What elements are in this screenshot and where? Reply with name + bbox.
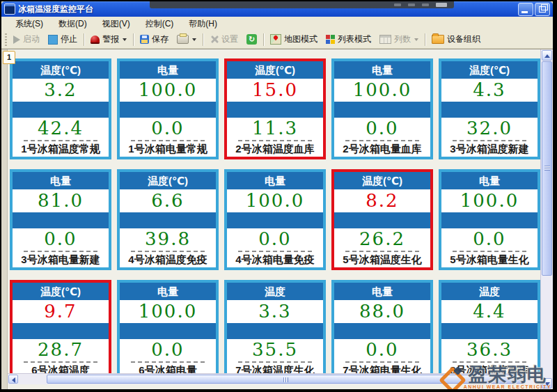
vertical-scroll-thumb[interactable] xyxy=(542,61,552,276)
card-value-secondary: 35.5 xyxy=(227,339,323,360)
device-card[interactable]: 电量 100.0 0.0 4号冰箱电量免疫 xyxy=(224,169,326,270)
menu-data[interactable]: 数据(D) xyxy=(52,17,94,31)
card-value-current: 15.0 xyxy=(227,79,323,102)
card-value-secondary: 0.0 xyxy=(13,228,109,249)
refresh-button[interactable]: ↻ xyxy=(242,33,261,46)
card-header: 温度(℃) xyxy=(13,283,109,300)
menu-view[interactable]: 视图(V) xyxy=(95,17,137,31)
device-org-label: 设备组织 xyxy=(447,33,480,45)
arrow-left-icon xyxy=(12,377,15,383)
menu-control[interactable]: 控制(C) xyxy=(139,17,181,31)
save-button[interactable]: 保存 xyxy=(136,32,173,47)
start-button: 启动 xyxy=(9,32,44,47)
card-value-secondary: 36.3 xyxy=(441,339,538,360)
device-card[interactable]: 温度(℃) 8.2 26.2 5号冰箱温度生化 xyxy=(331,169,433,270)
page-tab-1[interactable]: 1 xyxy=(3,51,15,64)
card-header: 电量 xyxy=(334,283,430,300)
card-value-current: 81.0 xyxy=(13,189,109,212)
chevron-down-icon xyxy=(123,38,127,41)
card-divider-band xyxy=(334,212,430,228)
map-mode-button[interactable]: 地图模式 xyxy=(266,32,322,47)
toolbar-separator xyxy=(263,33,264,46)
device-card[interactable]: 电量 100.0 0.0 5号冰箱电量生化 xyxy=(439,169,540,270)
device-org-button[interactable]: 设备组织 xyxy=(427,32,485,47)
minimize-button[interactable] xyxy=(518,3,533,16)
folder-icon xyxy=(432,35,444,44)
arrow-up-icon xyxy=(544,54,550,58)
card-header: 温度 xyxy=(441,283,538,300)
card-label: 4号冰箱电量免疫 xyxy=(227,252,323,267)
card-divider-band xyxy=(120,212,216,228)
device-card[interactable]: 电量 81.0 0.0 3号冰箱电量新建 xyxy=(10,169,111,270)
window-title: 冰箱温湿度监控平台 xyxy=(18,3,93,15)
toolbar-separator xyxy=(203,33,203,46)
scroll-left-button[interactable] xyxy=(8,375,18,384)
device-card[interactable]: 温度(℃) 15.0 11.3 2号冰箱温度血库 xyxy=(224,58,326,159)
card-value-secondary: 0.0 xyxy=(120,118,216,139)
minimize-icon xyxy=(521,11,528,13)
card-label: 1号冰箱温度常规 xyxy=(13,141,109,157)
device-card[interactable]: 温度(℃) 4.3 32.0 3号冰箱温度新建 xyxy=(439,58,540,159)
restore-icon xyxy=(539,6,546,13)
device-card[interactable]: 温度 3.3 35.5 7号冰箱温度生化 xyxy=(224,280,326,381)
device-card[interactable]: 温度(℃) 9.7 28.7 6号冰箱温度 xyxy=(10,280,111,381)
alarm-icon xyxy=(91,36,100,44)
card-value-current: 8.2 xyxy=(334,189,430,212)
card-divider-band xyxy=(334,102,430,118)
map-mode-label: 地图模式 xyxy=(284,33,317,45)
device-card[interactable]: 电量 100.0 0.0 6号冰箱电量 xyxy=(117,280,219,381)
card-value-current: 3.2 xyxy=(13,79,109,102)
device-card[interactable]: 温度(℃) 6.6 39.8 4号冰箱温度免疫 xyxy=(117,169,219,270)
device-card[interactable]: 温度(℃) 3.2 42.4 1号冰箱温度常规 xyxy=(10,58,111,159)
recording-overlay-bar xyxy=(150,1,454,8)
play-icon xyxy=(13,36,20,44)
watermark-subtext: ANHUI WEAR ELECTRICITY xyxy=(464,384,551,389)
card-header: 电量 xyxy=(441,172,538,189)
card-label: 5号冰箱电量生化 xyxy=(441,252,538,267)
card-value-secondary: 0.0 xyxy=(334,339,430,360)
card-value-secondary: 42.4 xyxy=(13,118,109,139)
toolbar-grip[interactable] xyxy=(5,33,7,46)
watermark-logo-icon xyxy=(440,368,461,389)
device-card[interactable]: 电量 100.0 0.0 2号冰箱电量血库 xyxy=(331,58,433,159)
stop-button[interactable]: 停止 xyxy=(44,32,81,47)
save-label: 保存 xyxy=(152,33,168,45)
card-label: 3号冰箱温度新建 xyxy=(441,141,538,157)
card-header: 温度(℃) xyxy=(227,61,323,79)
card-divider-band xyxy=(120,323,216,339)
grid-icon xyxy=(326,35,335,44)
card-label: 2号冰箱电量血库 xyxy=(334,141,430,157)
alarm-label: 警报 xyxy=(102,33,119,45)
chevron-down-icon xyxy=(192,38,196,41)
scroll-up-button[interactable] xyxy=(542,50,552,61)
restore-button[interactable] xyxy=(535,3,550,16)
card-header: 温度(℃) xyxy=(13,61,109,79)
card-value-secondary: 11.3 xyxy=(227,118,323,139)
vertical-scrollbar[interactable] xyxy=(540,49,553,389)
menu-help[interactable]: 帮助(H) xyxy=(182,17,224,31)
list-mode-label: 列表模式 xyxy=(338,33,371,45)
list-mode-button[interactable]: 列表模式 xyxy=(322,32,375,47)
toolbar-separator xyxy=(84,33,84,46)
menu-system[interactable]: 系统(S) xyxy=(8,17,50,31)
thumb-grip-icon xyxy=(283,377,288,382)
card-value-current: 4.3 xyxy=(441,79,538,102)
table-icon xyxy=(379,35,391,44)
left-strip xyxy=(1,49,8,389)
card-label: 4号冰箱温度免疫 xyxy=(120,252,216,267)
alarm-button[interactable]: 警报 xyxy=(86,32,131,47)
device-card[interactable]: 电量 88.0 0.0 7号冰箱电量生化 xyxy=(331,280,433,381)
card-divider-band xyxy=(13,212,109,228)
card-value-current: 100.0 xyxy=(334,79,430,102)
device-card[interactable]: 电量 100.0 0.0 1号冰箱电量常规 xyxy=(117,58,219,159)
menubar: 系统(S) 数据(D) 视图(V) 控制(C) 帮助(H) xyxy=(1,17,553,31)
print-button[interactable] xyxy=(173,33,201,45)
card-label: 1号冰箱电量常规 xyxy=(120,141,216,157)
card-value-current: 100.0 xyxy=(441,189,538,212)
card-value-current: 4.4 xyxy=(441,300,538,323)
card-divider-band xyxy=(441,212,538,228)
toolbar-separator xyxy=(425,33,425,46)
card-divider-band xyxy=(441,102,538,118)
card-header: 电量 xyxy=(334,61,430,79)
card-value-current: 100.0 xyxy=(120,79,216,102)
